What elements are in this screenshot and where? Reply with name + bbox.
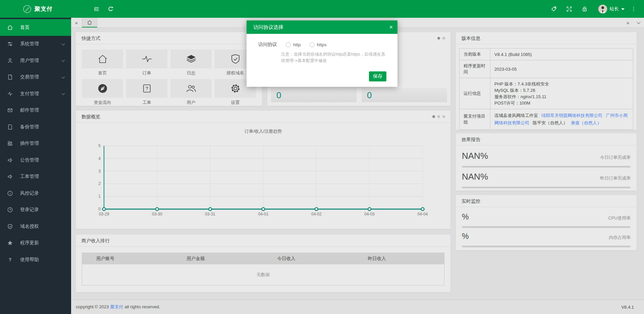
update-time-value: 2023-03-05 bbox=[490, 60, 633, 78]
avatar bbox=[598, 5, 607, 13]
sidebar-item-tickets[interactable]: 工单管理 bbox=[0, 169, 71, 185]
brand-title: 聚支付 bbox=[35, 5, 53, 13]
project-member-link[interactable]: 黄俊（自然人） bbox=[571, 120, 601, 125]
shield-check-icon bbox=[230, 54, 241, 64]
users-icon bbox=[185, 83, 197, 94]
megaphone-icon bbox=[7, 157, 13, 163]
svg-text:3: 3 bbox=[98, 169, 101, 174]
sidebar-item-plugins[interactable]: 插件管理 bbox=[0, 135, 71, 152]
sidebar-item-risk-log[interactable]: 风控记录 bbox=[0, 185, 71, 202]
stats-carousel-dots bbox=[437, 37, 445, 40]
topbar: 聚支付 bbox=[0, 0, 644, 18]
shortcut-home[interactable]: 首页 bbox=[82, 50, 123, 76]
sidebar-item-home[interactable]: 首页 bbox=[0, 19, 71, 36]
metric-label: 昨日订单完成率 bbox=[600, 175, 631, 181]
version-panel: 版本信息 当前版本 V8.4.1 (Build 1085) 程序更新时间 202… bbox=[456, 32, 637, 130]
modal-title: 访问协议选择 bbox=[253, 24, 283, 30]
sidebar-item-trade[interactable]: 交易管理 bbox=[0, 69, 71, 86]
caret-down-icon bbox=[621, 8, 625, 10]
svg-text:04-01: 04-01 bbox=[258, 212, 269, 216]
sidebar-item-backup[interactable]: 备份管理 bbox=[0, 119, 71, 135]
sidebar-item-mail[interactable]: 邮件管理 bbox=[0, 102, 71, 119]
radio-http-icon[interactable] bbox=[286, 42, 291, 47]
effect-panel-title: 效果报告 bbox=[456, 133, 637, 145]
metric-label: 内存占用率 bbox=[609, 235, 631, 241]
project-member: 连城县凌风网络工作室 bbox=[494, 113, 538, 118]
sidebar-item-label: 程序更新 bbox=[20, 240, 39, 246]
footer-brand-link[interactable]: 聚支付 bbox=[110, 304, 123, 309]
menu-toggle-icon[interactable] bbox=[90, 3, 103, 15]
sidebar-item-system[interactable]: 系统管理 bbox=[0, 36, 71, 53]
project-group-value: 连城县凌风网络工作室绵阳耳关明皿网络科技有限公司广州市小周网络科技有限公司陈平安… bbox=[490, 109, 633, 130]
tab-home[interactable] bbox=[82, 18, 97, 27]
tabs-scroll-right[interactable]: » bbox=[623, 18, 633, 27]
lock-icon[interactable] bbox=[578, 3, 591, 15]
sidebar-item-payment[interactable]: 支付管理 bbox=[0, 85, 71, 102]
svg-text:1: 1 bbox=[98, 194, 101, 199]
sidebar-item-label: 风控记录 bbox=[20, 190, 39, 196]
sidebar-item-label: 使用帮助 bbox=[20, 257, 39, 263]
shortcut-funds-flow[interactable]: 资金流向 bbox=[82, 79, 123, 105]
progress-bar bbox=[462, 187, 631, 188]
monitor-panel-title: 实时监控 bbox=[456, 195, 637, 207]
version-row-label: 运行信息 bbox=[460, 78, 490, 109]
overview-panel-title: 数据概览 bbox=[76, 111, 450, 123]
radio-option-http[interactable]: http bbox=[286, 42, 301, 47]
ranking-table: 用户账号 用户金额 今日收入 昨日收入 无数据 bbox=[82, 253, 444, 286]
empty-state: 无数据 bbox=[82, 264, 444, 286]
version-panel-title: 版本信息 bbox=[456, 32, 637, 44]
compass-icon bbox=[97, 83, 108, 94]
user-menu[interactable]: 站长 bbox=[598, 5, 625, 13]
layers-icon bbox=[185, 54, 197, 64]
close-icon[interactable]: × bbox=[389, 24, 393, 30]
save-button[interactable]: 保存 bbox=[369, 71, 386, 81]
footer-version: V8.4.1 bbox=[621, 305, 634, 310]
svg-text:?: ? bbox=[146, 86, 148, 91]
progress-bar bbox=[462, 246, 631, 247]
fullscreen-icon[interactable] bbox=[563, 3, 576, 15]
carousel-dot[interactable] bbox=[442, 115, 445, 118]
shortcut-logs[interactable]: 日志 bbox=[170, 50, 212, 76]
shortcut-users[interactable]: 用户 bbox=[170, 79, 212, 105]
clock-icon bbox=[7, 207, 13, 213]
carousel-dot[interactable] bbox=[437, 115, 440, 118]
sidebar-item-announcements[interactable]: 公告管理 bbox=[0, 152, 71, 169]
trend-chart: 01234503-2903-3003-3104-0104-0204-0304-0… bbox=[76, 139, 450, 219]
carousel-dot[interactable] bbox=[437, 37, 440, 40]
tabs-more-icon[interactable] bbox=[633, 18, 644, 27]
carousel-dot[interactable] bbox=[442, 37, 445, 40]
shortcut-orders[interactable]: 订单 bbox=[126, 50, 167, 76]
radio-https-icon[interactable] bbox=[310, 42, 315, 47]
sidebar-item-label: 交易管理 bbox=[20, 74, 39, 80]
sidebar-item-help[interactable]: ? 使用帮助 bbox=[0, 251, 71, 268]
project-member-link[interactable]: 绵阳耳关明皿网络科技有限公司 bbox=[541, 113, 602, 118]
sidebar-item-login-log[interactable]: 登录记录 bbox=[0, 202, 71, 218]
shortcut-tickets[interactable]: ? 工单 bbox=[126, 79, 167, 105]
metric-value: NAN% bbox=[462, 172, 488, 182]
sidebar-item-domain-auth[interactable]: 域名授权 bbox=[0, 218, 71, 235]
tabs-scroll-left[interactable]: « bbox=[71, 18, 82, 27]
carousel-dot[interactable] bbox=[432, 115, 435, 118]
kebab-menu-icon[interactable]: ⋮ bbox=[627, 3, 640, 15]
overview-carousel-dots bbox=[432, 115, 445, 118]
progress-bar bbox=[462, 166, 631, 168]
svg-text:03-31: 03-31 bbox=[205, 212, 215, 216]
sidebar-item-label: 登录记录 bbox=[20, 207, 39, 213]
brand[interactable]: 聚支付 bbox=[23, 5, 53, 13]
refresh-icon[interactable] bbox=[104, 3, 117, 15]
column-header: 用户账号 bbox=[82, 253, 173, 264]
sidebar-item-update[interactable]: 程序更新 bbox=[0, 235, 71, 252]
sidebar-item-label: 首页 bbox=[20, 24, 30, 30]
stat-box: 0 bbox=[271, 88, 357, 102]
stat-box: 0 bbox=[362, 88, 447, 102]
sidebar-item-users[interactable]: 用户管理 bbox=[0, 52, 71, 69]
radio-option-https[interactable]: https bbox=[310, 42, 327, 47]
blocks-icon bbox=[7, 140, 13, 146]
modal-body: 访问协议 http https 注意：选择当前你域名的协议http还是https… bbox=[247, 34, 397, 87]
home-icon bbox=[97, 54, 108, 64]
tag-icon[interactable] bbox=[547, 3, 560, 15]
protocol-field-label: 访问协议 bbox=[258, 42, 277, 48]
file-icon bbox=[7, 124, 13, 130]
sidebar-item-label: 系统管理 bbox=[20, 41, 39, 47]
info-circle-icon bbox=[7, 190, 13, 196]
